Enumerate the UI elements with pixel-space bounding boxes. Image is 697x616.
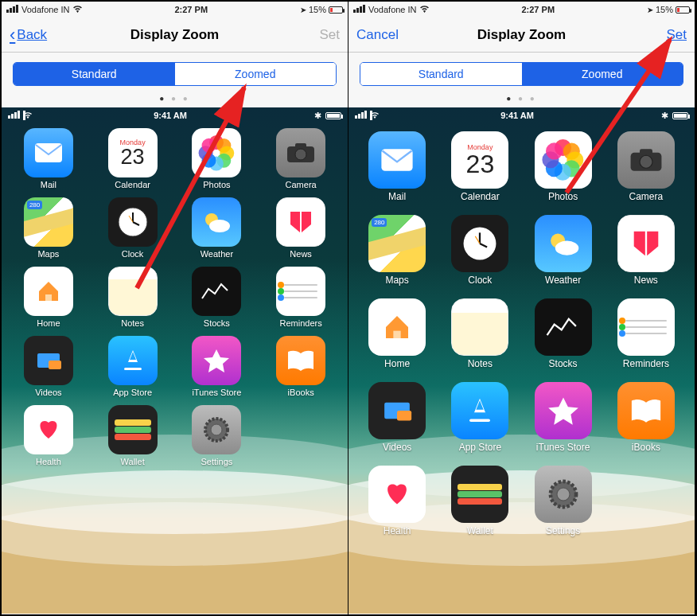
set-button[interactable]: Set xyxy=(631,27,687,43)
svg-point-10 xyxy=(209,220,230,232)
status-time: 2:27 PM xyxy=(174,5,208,14)
app-stocks[interactable]: Stocks xyxy=(178,267,256,328)
status-bar: Vodafone IN 2:27 PM ➤ 15% xyxy=(2,2,348,18)
svg-point-26 xyxy=(555,241,578,255)
app-camera[interactable]: Camera xyxy=(262,128,340,189)
svg-point-32 xyxy=(557,488,570,501)
app-clock[interactable]: Clock xyxy=(442,215,517,286)
app-mail[interactable]: Mail xyxy=(360,131,434,202)
zoom-segmented-control: Standard Zoomed xyxy=(13,62,337,86)
page-dots: ● ● ● xyxy=(348,91,695,107)
segment-standard[interactable]: Standard xyxy=(360,63,522,85)
app-wallet[interactable]: Wallet xyxy=(442,466,517,536)
battery-percent: 15% xyxy=(656,5,673,14)
app-photos[interactable]: Photos xyxy=(526,131,601,202)
app-ibooks[interactable]: iBooks xyxy=(609,382,683,453)
svg-rect-30 xyxy=(469,419,490,423)
carrier-label: Vodafone IN xyxy=(21,5,70,14)
nav-bar: Cancel Display Zoom Set xyxy=(348,18,695,53)
app-maps[interactable]: Maps xyxy=(10,197,88,259)
svg-rect-29 xyxy=(397,411,411,420)
svg-rect-11 xyxy=(45,294,52,301)
wifi-icon xyxy=(419,5,430,14)
svg-point-20 xyxy=(640,155,652,168)
chevron-left-icon: ‹ xyxy=(10,26,15,44)
location-arrow-icon: ➤ xyxy=(647,6,653,14)
svg-rect-19 xyxy=(640,149,652,154)
status-bar: Vodafone IN 2:27 PM ➤ 15% xyxy=(348,2,695,18)
svg-rect-13 xyxy=(49,361,61,369)
app-reminders[interactable]: Reminders xyxy=(609,298,683,369)
cancel-button[interactable]: Cancel xyxy=(356,27,412,43)
app-mail[interactable]: Mail xyxy=(10,128,88,189)
battery-icon xyxy=(676,6,690,14)
bluetooth-icon: ✱ xyxy=(314,111,321,121)
inner-signal-icon xyxy=(8,111,26,120)
app-settings[interactable]: Settings xyxy=(178,405,256,466)
bluetooth-icon: ✱ xyxy=(661,111,668,121)
app-videos[interactable]: Videos xyxy=(360,382,434,453)
zoom-segmented-control: Standard Zoomed xyxy=(360,62,683,86)
inner-battery-icon xyxy=(325,112,341,119)
inner-signal-icon xyxy=(355,111,373,120)
app-weather[interactable]: Weather xyxy=(178,197,256,259)
app-camera[interactable]: Camera xyxy=(609,131,683,202)
svg-point-3 xyxy=(295,149,306,160)
segment-standard[interactable]: Standard xyxy=(14,63,175,85)
app-videos[interactable]: Videos xyxy=(10,336,88,397)
app-news[interactable]: News xyxy=(262,197,340,259)
inner-battery-icon xyxy=(672,112,688,119)
set-button[interactable]: Set xyxy=(284,27,340,43)
set-label: Set xyxy=(666,27,687,43)
app-news[interactable]: News xyxy=(609,215,683,286)
inner-time: 9:41 AM xyxy=(500,111,534,120)
app-home[interactable]: Home xyxy=(360,298,434,369)
svg-rect-27 xyxy=(393,331,400,338)
app-weather[interactable]: Weather xyxy=(526,215,601,286)
segment-zoomed[interactable]: Zoomed xyxy=(175,63,337,85)
app-notes[interactable]: Notes xyxy=(94,267,172,328)
app-appstore[interactable]: App Store xyxy=(442,382,517,453)
app-clock[interactable]: Clock xyxy=(94,197,172,259)
battery-icon xyxy=(329,6,343,14)
back-label: Back xyxy=(17,27,47,43)
inner-time: 9:41 AM xyxy=(154,111,187,120)
app-appstore[interactable]: App Store xyxy=(94,336,172,397)
app-health[interactable]: Health xyxy=(360,466,434,536)
cellular-signal-icon xyxy=(6,5,19,14)
wifi-icon xyxy=(72,5,83,14)
svg-rect-17 xyxy=(382,149,413,171)
preview-homescreen: 9:41 AM ✱ Mail Monday23Calendar Photos C… xyxy=(348,107,695,614)
svg-rect-14 xyxy=(124,368,142,370)
carrier-label: Vodafone IN xyxy=(368,5,417,14)
app-itunes[interactable]: iTunes Store xyxy=(178,336,256,397)
app-home[interactable]: Home xyxy=(10,267,88,328)
cellular-signal-icon xyxy=(353,5,366,14)
phone-right: Vodafone IN 2:27 PM ➤ 15% Cancel Display… xyxy=(348,2,695,614)
app-reminders[interactable]: Reminders xyxy=(262,267,340,328)
cancel-label: Cancel xyxy=(356,27,399,43)
svg-rect-2 xyxy=(295,143,306,148)
location-arrow-icon: ➤ xyxy=(300,6,306,14)
set-label: Set xyxy=(319,27,340,43)
app-calendar[interactable]: Monday23Calendar xyxy=(94,128,172,189)
page-dots: ● ● ● xyxy=(2,91,348,107)
svg-point-16 xyxy=(211,424,222,435)
app-health[interactable]: Health xyxy=(10,405,88,466)
status-time: 2:27 PM xyxy=(521,5,555,14)
svg-rect-0 xyxy=(35,143,62,162)
app-wallet[interactable]: Wallet xyxy=(94,405,172,466)
app-photos[interactable]: Photos xyxy=(178,128,256,189)
app-stocks[interactable]: Stocks xyxy=(526,298,601,369)
app-ibooks[interactable]: iBooks xyxy=(262,336,340,397)
back-button[interactable]: ‹ Back xyxy=(10,26,65,44)
app-settings[interactable]: Settings xyxy=(526,466,601,536)
battery-percent: 15% xyxy=(309,5,326,14)
app-calendar[interactable]: Monday23Calendar xyxy=(442,131,517,202)
app-itunes[interactable]: iTunes Store xyxy=(526,382,601,453)
app-maps[interactable]: Maps xyxy=(360,215,434,286)
segment-zoomed[interactable]: Zoomed xyxy=(522,63,683,85)
preview-homescreen: 9:41 AM ✱ Mail Monday23Calendar Photos C… xyxy=(2,107,348,614)
phone-left: Vodafone IN 2:27 PM ➤ 15% ‹ Back Display… xyxy=(2,2,348,614)
app-notes[interactable]: Notes xyxy=(442,298,517,369)
